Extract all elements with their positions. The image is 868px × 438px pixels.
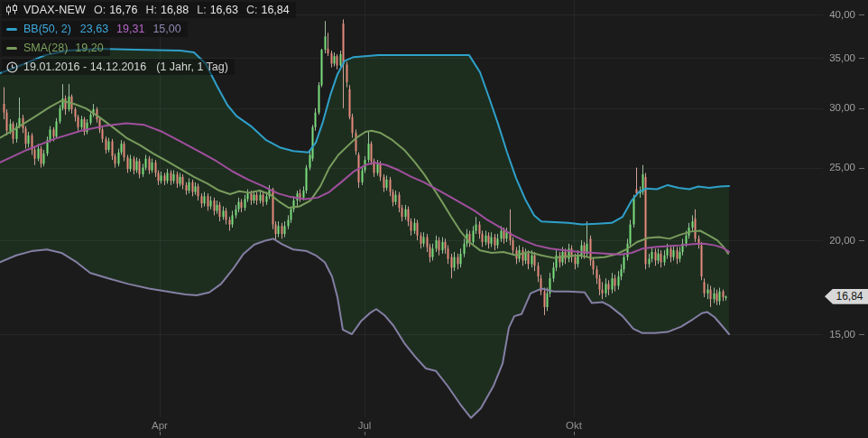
x-axis-label: Okt bbox=[566, 420, 582, 431]
y-axis-label: 25,00 bbox=[814, 162, 855, 172]
chart-window: VDAX-NEW O: 16,76 H: 16,88 L: 16,63 C: 1… bbox=[0, 0, 868, 438]
sma-indicator-name: SMA(28) bbox=[23, 42, 68, 54]
sma-value: 19,20 bbox=[75, 42, 103, 54]
sma-line-icon bbox=[5, 47, 19, 50]
y-axis-label: 20,00 bbox=[814, 235, 855, 246]
y-axis-label: 30,00 bbox=[814, 102, 855, 113]
bb-line-icon bbox=[5, 28, 19, 31]
chart-legend: VDAX-NEW O: 16,76 H: 16,88 L: 16,63 C: 1… bbox=[2, 2, 296, 78]
symbol-name: VDAX-NEW bbox=[23, 4, 86, 16]
low-value: 16,63 bbox=[210, 4, 238, 16]
bb-middle-value: 19,31 bbox=[116, 23, 144, 35]
y-axis-tick bbox=[859, 168, 864, 169]
high-label: H: bbox=[145, 4, 157, 16]
y-axis[interactable]: 40,0035,0030,0025,0020,0015,00 bbox=[821, 0, 868, 438]
y-axis-label: 40,00 bbox=[814, 9, 855, 20]
y-axis-label: 35,00 bbox=[814, 52, 855, 63]
y-axis-label: 15,00 bbox=[814, 329, 855, 340]
legend-bb-row[interactable]: BB(50, 2) 23,63 19,31 15,00 bbox=[2, 21, 188, 37]
x-axis-label: Apr bbox=[152, 420, 168, 431]
y-axis-tick bbox=[859, 58, 864, 59]
y-axis-tick bbox=[859, 240, 864, 241]
clock-icon bbox=[5, 61, 19, 73]
open-value: 16,76 bbox=[109, 4, 137, 16]
period-label: (1 Jahr, 1 Tag) bbox=[156, 61, 228, 73]
close-label: C: bbox=[246, 4, 258, 16]
x-axis-tick bbox=[160, 432, 161, 435]
x-axis-tick bbox=[365, 432, 365, 435]
legend-sma-row[interactable]: SMA(28) 19,20 bbox=[2, 40, 110, 56]
date-range: 19.01.2016 - 14.12.2016 bbox=[23, 61, 146, 73]
bb-upper-value: 23,63 bbox=[80, 23, 108, 35]
high-value: 16,88 bbox=[161, 4, 189, 16]
close-value: 16,84 bbox=[261, 4, 289, 16]
bb-indicator-name: BB(50, 2) bbox=[23, 23, 71, 35]
bb-lower-value: 15,00 bbox=[152, 23, 180, 35]
legend-range-row[interactable]: 19.01.2016 - 14.12.2016 (1 Jahr, 1 Tag) bbox=[2, 59, 235, 75]
y-axis-tick bbox=[859, 14, 864, 15]
y-axis-tick bbox=[859, 334, 864, 335]
x-axis-label: Jul bbox=[358, 420, 372, 431]
open-label: O: bbox=[94, 4, 106, 16]
candlestick-chart-icon bbox=[5, 4, 19, 16]
last-price-tag: 16,84 bbox=[825, 289, 868, 304]
x-axis[interactable]: AprJulOkt bbox=[0, 415, 868, 438]
legend-symbol-row[interactable]: VDAX-NEW O: 16,76 H: 16,88 L: 16,63 C: 1… bbox=[2, 2, 296, 18]
low-label: L: bbox=[197, 4, 206, 16]
y-axis-tick bbox=[859, 108, 864, 109]
x-axis-tick bbox=[574, 432, 575, 435]
